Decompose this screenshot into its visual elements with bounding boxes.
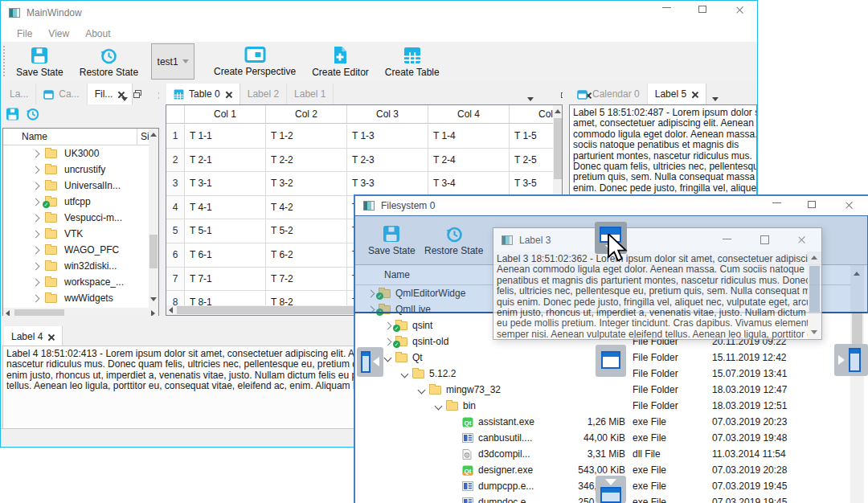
left-panel-tab-ca[interactable]: Ca... <box>36 84 87 104</box>
chevron-right-icon[interactable] <box>32 262 40 270</box>
table-cell[interactable]: T 2-1 <box>185 149 266 172</box>
table-column-header-col-1[interactable]: Col 1 <box>185 105 266 124</box>
tree-item[interactable]: UK3000 <box>3 145 149 162</box>
perspective-combo[interactable]: test1 <box>151 43 194 80</box>
tree-item[interactable]: uncrustify <box>3 162 149 178</box>
tree-item[interactable]: wwWidgets <box>3 290 149 306</box>
close-button[interactable] <box>792 235 810 244</box>
table-column-header-col-2[interactable]: Col 2 <box>266 105 347 124</box>
chevron-right-icon[interactable] <box>32 166 40 174</box>
table-column-header-col-5[interactable]: Col 5 <box>510 105 553 124</box>
menu-item-view[interactable]: View <box>40 28 77 39</box>
right-panel-tabs-menu-icon[interactable] <box>712 92 719 104</box>
table-cell[interactable]: T 2-2 <box>266 149 347 172</box>
table-cell[interactable]: T 2-5 <box>510 149 553 172</box>
table-cell[interactable]: T 8-1 <box>185 291 266 305</box>
table-cell[interactable]: T 4-1 <box>185 196 266 219</box>
dock-center-indicator[interactable] <box>596 345 626 377</box>
fs-tree-row-canbusutil[interactable]: canbusutil....44,00 KiBexe File07.03.201… <box>355 430 850 446</box>
table-cell[interactable]: T 7-1 <box>185 268 266 291</box>
close-icon[interactable] <box>47 333 55 341</box>
tree-header[interactable]: Name Size <box>3 129 149 145</box>
table-cell[interactable]: T 5-2 <box>266 219 347 243</box>
label3-window[interactable]: Label 3 Label 3 18:51:02:362 - Lorem ips… <box>493 227 822 340</box>
create-editor-button[interactable]: Create Editor <box>304 42 377 81</box>
table-panel-tab-table-0[interactable]: Table 0 <box>166 84 240 104</box>
table-cell[interactable]: T 2-3 <box>347 149 428 172</box>
close-icon[interactable] <box>691 91 698 98</box>
minimize-button[interactable] <box>768 202 785 203</box>
left-panel-tabs-menu-icon[interactable] <box>121 92 128 104</box>
tree-vscrollbar[interactable] <box>149 129 158 308</box>
vertical-splitter-left[interactable] <box>159 84 166 320</box>
chevron-right-icon[interactable] <box>384 337 392 346</box>
main-titlebar[interactable]: MainWindow <box>1 1 757 25</box>
right-panel-tab-label-5[interactable]: Label 5 <box>648 84 706 104</box>
dock-right-indicator[interactable] <box>834 344 868 376</box>
table-cell[interactable]: T 1-1 <box>185 125 266 148</box>
table-cell[interactable]: T 1-4 <box>428 125 510 148</box>
left-panel-float-icon[interactable] <box>133 90 141 98</box>
chevron-down-icon[interactable] <box>435 402 443 410</box>
table-panel-tab-label-2[interactable]: Label 2 <box>240 84 287 104</box>
create-table-button[interactable]: Create Table <box>377 42 448 81</box>
toolbar-handle[interactable] <box>2 45 6 78</box>
table-column-header-col-3[interactable]: Col 3 <box>347 105 428 124</box>
chevron-down-icon[interactable] <box>401 370 409 378</box>
chevron-right-icon[interactable] <box>32 182 40 190</box>
row-number[interactable]: 8 <box>166 291 185 305</box>
chevron-right-icon[interactable] <box>32 246 40 254</box>
minimize-button[interactable] <box>657 7 675 8</box>
fs-tree-row-assistant-exe[interactable]: Qtassistant.exe1,26 MiBexe File07.03.201… <box>355 414 850 430</box>
close-button[interactable] <box>731 6 748 14</box>
table-cell[interactable]: T 3-1 <box>185 172 266 195</box>
row-number[interactable]: 2 <box>166 149 185 172</box>
chevron-right-icon[interactable] <box>32 198 40 206</box>
filesystem-titlebar[interactable]: Filesystem 0 <box>355 196 868 215</box>
right-panel-tab-calendar-0[interactable]: Calendar 0 <box>570 84 648 104</box>
table-cell[interactable]: T 3-2 <box>266 172 347 195</box>
panel-restore-icon[interactable] <box>25 106 40 121</box>
table-cell[interactable]: T 2-4 <box>428 149 510 172</box>
maximize-button[interactable] <box>755 235 773 244</box>
tree-item[interactable]: WAGO_PFC <box>3 242 149 258</box>
chevron-right-icon[interactable] <box>32 149 40 157</box>
table-cell[interactable]: T 6-2 <box>266 243 347 267</box>
menu-item-about[interactable]: About <box>77 28 118 39</box>
close-button[interactable] <box>840 201 858 210</box>
row-number[interactable]: 1 <box>166 125 185 148</box>
table-panel-tab-label-1[interactable]: Label 1 <box>287 84 334 104</box>
maximize-button[interactable] <box>694 6 711 13</box>
maximize-button[interactable] <box>803 201 821 208</box>
tree-item[interactable]: UniversalIn... <box>3 178 149 194</box>
table-column-header-col-4[interactable]: Col 4 <box>428 105 510 124</box>
left-panel-tab-la[interactable]: La... <box>2 84 36 104</box>
save-state-button[interactable]: Save State <box>8 42 72 81</box>
header-divider[interactable] <box>137 129 137 145</box>
table-cell[interactable]: T 1-5 <box>510 125 553 148</box>
fs-tree-row-mingw73-32[interactable]: mingw73_32File Folder18.03.2019 12:47 <box>355 382 850 398</box>
menu-item-file[interactable]: File <box>9 28 40 39</box>
panel-save-icon[interactable] <box>6 107 19 121</box>
table-cell[interactable]: T 6-1 <box>185 243 266 267</box>
row-number[interactable]: 5 <box>166 219 185 243</box>
table-cell[interactable]: T 7-2 <box>266 268 347 291</box>
dock-left-indicator[interactable] <box>357 347 383 377</box>
chevron-right-icon[interactable] <box>32 294 40 302</box>
chevron-right-icon[interactable] <box>32 278 40 286</box>
table-cell[interactable]: T 8-2 <box>266 291 347 305</box>
create-perspective-button[interactable]: Create Perspective <box>206 42 304 81</box>
chevron-down-icon[interactable] <box>384 354 392 362</box>
dock-bottom-indicator[interactable] <box>596 476 626 503</box>
table-cell[interactable]: T 3-4 <box>428 172 510 195</box>
label3-vscrollbar[interactable] <box>808 251 821 340</box>
table-cell[interactable]: T 5-1 <box>185 219 266 243</box>
chevron-right-icon[interactable] <box>384 321 392 329</box>
table-cell[interactable]: T 4-2 <box>266 196 347 219</box>
table-panel-tabs-menu-icon[interactable] <box>527 92 534 104</box>
tab-label4[interactable]: Label 4 <box>4 326 63 347</box>
row-number[interactable]: 3 <box>166 172 185 195</box>
chevron-right-icon[interactable] <box>32 214 40 222</box>
row-number[interactable]: 6 <box>166 243 185 267</box>
row-number[interactable]: 4 <box>166 196 185 219</box>
